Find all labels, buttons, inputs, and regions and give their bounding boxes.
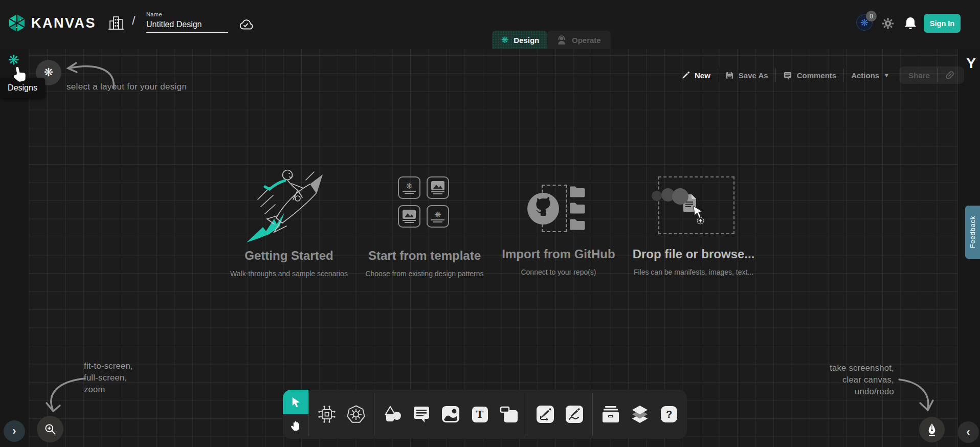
folder-icon [569,185,585,197]
feedback-tab[interactable]: Feedback [965,206,980,259]
design-actions-toolbar: New Save As Comments Actions ▾ Share [681,66,964,84]
chevron-left-icon: ‹ [966,427,970,438]
template-card [427,176,449,199]
notification-count-badge: 0 [866,11,877,21]
layers-tool-button[interactable] [631,405,649,423]
zoom-hint-text: fit-to-screen, full-screen, zoom [84,360,133,395]
organization-icon[interactable] [108,15,124,31]
node-rectangle-icon [500,406,518,423]
getting-started-title[interactable]: Getting Started [244,249,333,263]
operator-headset-icon [556,35,567,45]
layout-flower-icon: ❋ [44,67,53,78]
canvas-tools-toolbar: T [283,390,687,439]
left-panel-rail [0,49,29,447]
folder-icon [569,202,585,214]
import-from-github-title[interactable]: Import from GitHub [502,247,615,261]
import-from-github-subtitle: Connect to your repo(s) [521,268,596,276]
hand-drawn-arrow-zoom [44,371,87,415]
floppy-save-icon [725,71,734,80]
start-from-template-title[interactable]: Start from template [368,249,481,263]
github-logo-icon[interactable] [527,192,560,225]
template-flower-icon: ❋ [406,182,413,190]
circuit-component-icon [318,405,336,423]
breadcrumb-separator: / [132,13,136,28]
collapse-right-panel-button[interactable]: ‹ [957,421,979,443]
operate-tab-label: Operate [572,36,601,44]
folder-icon [569,218,585,230]
comment-bubble-icon [413,406,430,423]
save-as-button[interactable]: Save As [718,69,776,82]
kanvas-app: KANVAS / Name ❋ Design [0,0,980,447]
edge-draw-tool-button[interactable] [536,405,554,423]
history-drawer-button[interactable] [602,405,620,423]
expand-left-panel-button[interactable]: › [4,420,25,442]
comment-tool-button[interactable] [412,405,431,423]
freehand-draw-tool-button[interactable] [565,405,584,423]
design-tab-icon: ❋ [501,36,508,44]
template-grid-illustration[interactable]: ❋ ❋ [398,176,449,228]
chevron-down-icon: ▾ [885,72,888,79]
kubernetes-tool-button[interactable] [347,405,365,423]
node-shape-tool-button[interactable] [500,405,518,423]
add-plus-badge-icon [697,217,704,225]
screenshot-hint-text: take screenshot, clear canvas, undo/redo [830,362,894,397]
cursor-arrow-icon [290,396,302,408]
select-tool-button[interactable] [283,390,308,414]
settings-gear-icon[interactable] [882,17,894,30]
hand-drawn-arrow-screenshot [896,374,936,414]
getting-started-subtitle: Walk-throughs and sample scenarios [230,270,348,278]
template-flower-icon: ❋ [435,211,441,218]
shapes-tool-button[interactable] [383,405,402,423]
layers-stack-icon [631,405,649,424]
drag-trail-circle [652,191,662,201]
design-name-field: Name [146,11,228,33]
magnifier-plus-icon [43,422,57,436]
pencil-icon [681,71,690,80]
link-icon [945,70,955,80]
template-card [398,205,420,228]
template-card: ❋ [398,176,420,199]
image-tool-button[interactable] [441,405,460,423]
template-image-icon [431,181,444,190]
notifications-bell-icon[interactable] [904,16,917,31]
question-mark-glyph: ? [661,406,677,422]
feedback-label: Feedback [969,216,976,248]
hand-drawn-arrow-layout [60,57,117,92]
pencil-arrow-icon [537,406,554,423]
canvas-actions-button[interactable] [919,417,945,442]
comment-icon [783,71,792,80]
brand-name: KANVAS [31,15,96,31]
cloud-saved-icon [237,17,253,30]
copy-link-button[interactable] [938,69,962,82]
shapes-icon [383,406,402,423]
help-button[interactable]: ? [660,405,678,423]
zoom-controls-button[interactable] [37,416,63,442]
sign-in-button[interactable]: Sign In [924,14,961,33]
share-button[interactable]: Share [901,69,938,82]
pencil-squiggle-icon [566,406,583,423]
hand-pan-icon [289,420,302,433]
image-icon [442,406,459,422]
drop-file-subtitle: Files can be manifests, images, text... [634,268,753,276]
tab-operate[interactable]: Operate [547,31,611,49]
comments-button[interactable]: Comments [776,69,844,82]
template-card: ❋ [427,205,449,228]
start-from-template-subtitle: Choose from existing design patterns [365,270,483,278]
chevron-right-icon: › [12,426,16,437]
drawer-archive-icon [602,406,620,423]
new-design-button[interactable]: New [681,69,718,82]
pan-tool-button[interactable] [283,414,308,439]
component-tool-button[interactable] [318,405,336,423]
design-tab-label: Design [514,36,539,44]
tab-design[interactable]: ❋ Design [492,31,547,49]
design-name-input[interactable] [146,19,228,33]
text-tool-button[interactable]: T [471,405,489,423]
text-tool-T-glyph: T [472,407,488,422]
actions-dropdown[interactable]: Actions ▾ [844,69,895,82]
drop-file-title[interactable]: Drop file or browse... [633,247,755,261]
getting-started-rocket-illustration[interactable] [244,167,337,244]
kubernetes-helm-icon [347,405,365,424]
kanvas-logo[interactable]: KANVAS [7,13,96,33]
share-group: Share [899,66,964,84]
template-image-icon [403,210,416,219]
